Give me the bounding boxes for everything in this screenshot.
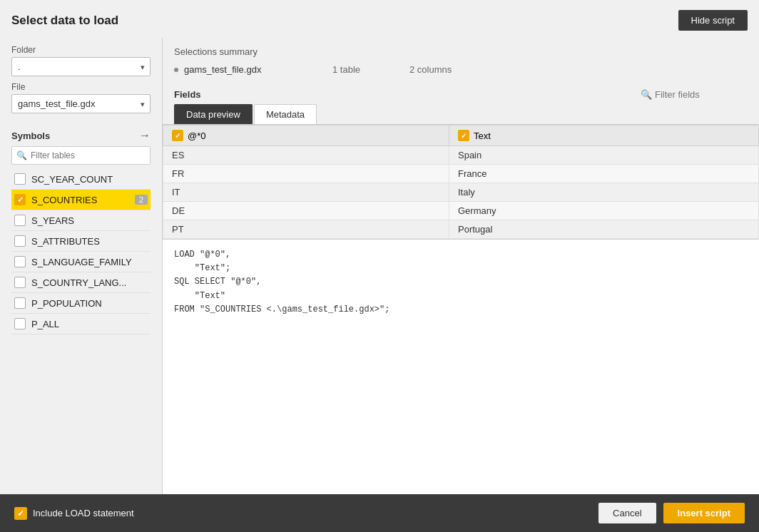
fields-search-icon: 🔍 bbox=[641, 89, 652, 100]
symbols-filter-wrap: 🔍 bbox=[11, 146, 151, 165]
table-header-row: @*0 Text bbox=[163, 126, 759, 146]
file-dropdown-wrap: gams_test_file.gdx ▾ bbox=[11, 94, 151, 113]
folder-label: Folder bbox=[11, 45, 151, 55]
table-row: FRFrance bbox=[163, 165, 759, 183]
symbol-checkbox-4[interactable] bbox=[14, 256, 26, 267]
col-header-0: @*0 bbox=[163, 126, 449, 146]
symbol-checkbox-5[interactable] bbox=[14, 277, 26, 288]
main-area: Folder . ▾ File gams_test_file.gdx ▾ bbox=[0, 38, 759, 494]
folder-select[interactable]: . bbox=[11, 57, 151, 76]
symbol-checkbox-6[interactable] bbox=[14, 297, 26, 309]
symbol-item-1[interactable]: S_COUNTRIES2 bbox=[11, 190, 151, 210]
folder-dropdown-wrap: . ▾ bbox=[11, 57, 151, 76]
symbol-item-0[interactable]: SC_YEAR_COUNT bbox=[11, 169, 151, 190]
symbols-filter-input[interactable] bbox=[11, 146, 151, 165]
table-row: ESSpain bbox=[163, 146, 759, 165]
cell-col0-1: FR bbox=[163, 165, 449, 183]
right-panel: Selections summary gams_test_file.gdx 1 … bbox=[163, 38, 759, 494]
dialog-footer: Include LOAD statement Cancel Insert scr… bbox=[0, 494, 759, 532]
symbol-checkbox-1[interactable] bbox=[14, 194, 26, 205]
summary-table-count: 1 table bbox=[332, 64, 404, 75]
symbol-checkbox-3[interactable] bbox=[14, 235, 26, 247]
tab-data-preview[interactable]: Data preview bbox=[174, 104, 253, 124]
symbol-checkbox-7[interactable] bbox=[14, 318, 26, 329]
insert-script-button[interactable]: Insert script bbox=[663, 503, 745, 523]
table-row: PTPortugal bbox=[163, 220, 759, 239]
summary-column-count: 2 columns bbox=[409, 64, 481, 75]
symbol-name-5: S_COUNTRY_LANG... bbox=[31, 277, 148, 288]
cell-col0-4: PT bbox=[163, 220, 449, 239]
col-name-0: @*0 bbox=[188, 131, 206, 141]
symbol-name-1: S_COUNTRIES bbox=[31, 195, 132, 205]
col-checkbox-1[interactable] bbox=[458, 130, 469, 141]
col-header-1: Text bbox=[449, 126, 758, 146]
cell-col1-1: France bbox=[449, 165, 758, 183]
fields-filter-wrap: 🔍 bbox=[641, 89, 748, 100]
symbol-name-2: S_YEARS bbox=[31, 215, 148, 226]
symbol-item-4[interactable]: S_LANGUAGE_FAMILY bbox=[11, 252, 151, 272]
cell-col0-0: ES bbox=[163, 146, 449, 165]
symbol-name-3: S_ATTRIBUTES bbox=[31, 236, 148, 247]
symbol-item-6[interactable]: P_POPULATION bbox=[11, 293, 151, 314]
fields-header: Fields 🔍 bbox=[163, 89, 759, 104]
col-checkbox-0[interactable] bbox=[172, 130, 183, 141]
tab-metadata[interactable]: Metadata bbox=[254, 104, 317, 124]
cell-col0-2: IT bbox=[163, 183, 449, 202]
symbol-name-6: P_POPULATION bbox=[31, 298, 148, 309]
dialog-title: Select data to load bbox=[11, 14, 118, 28]
symbol-item-2[interactable]: S_YEARS bbox=[11, 210, 151, 231]
summary-row: gams_test_file.gdx 1 table 2 columns bbox=[174, 61, 748, 78]
table-row: ITItaly bbox=[163, 183, 759, 202]
footer-left: Include LOAD statement bbox=[14, 507, 134, 520]
footer-buttons: Cancel Insert script bbox=[598, 503, 745, 523]
tabs-bar: Data preview Metadata bbox=[163, 104, 759, 125]
symbol-badge-1: 2 bbox=[135, 195, 148, 205]
arrow-right-icon: → bbox=[139, 129, 151, 142]
symbol-item-7[interactable]: P_ALL bbox=[11, 314, 151, 334]
symbol-checkbox-2[interactable] bbox=[14, 215, 26, 226]
selections-summary: Selections summary gams_test_file.gdx 1 … bbox=[163, 38, 759, 83]
fields-filter-input[interactable] bbox=[655, 89, 748, 100]
file-label: File bbox=[11, 82, 151, 92]
data-table: @*0 Text bbox=[163, 125, 759, 239]
symbol-item-5[interactable]: S_COUNTRY_LANG... bbox=[11, 272, 151, 293]
cell-col1-2: Italy bbox=[449, 183, 758, 202]
select-data-dialog: Select data to load Hide script Folder .… bbox=[0, 0, 759, 532]
symbol-name-0: SC_YEAR_COUNT bbox=[31, 174, 148, 185]
symbol-checkbox-0[interactable] bbox=[14, 173, 26, 185]
summary-filename: gams_test_file.gdx bbox=[184, 64, 327, 75]
symbol-name-7: P_ALL bbox=[31, 319, 148, 329]
symbol-name-4: S_LANGUAGE_FAMILY bbox=[31, 257, 148, 267]
data-table-wrap: @*0 Text bbox=[163, 125, 759, 239]
fields-label: Fields bbox=[174, 89, 201, 100]
left-panel: Folder . ▾ File gams_test_file.gdx ▾ bbox=[0, 38, 163, 494]
cell-col1-4: Portugal bbox=[449, 220, 758, 239]
col-name-1: Text bbox=[474, 131, 491, 141]
cell-col0-3: DE bbox=[163, 202, 449, 220]
include-load-checkbox[interactable] bbox=[14, 507, 27, 520]
hide-script-button[interactable]: Hide script bbox=[678, 10, 748, 31]
symbols-search-icon: 🔍 bbox=[16, 150, 27, 160]
symbols-section: Symbols → 🔍 SC_YEAR_COUNTS_COUNTRIES2S_Y… bbox=[0, 123, 162, 494]
dialog-header: Select data to load Hide script bbox=[0, 0, 759, 38]
table-row: DEGermany bbox=[163, 202, 759, 220]
cancel-button[interactable]: Cancel bbox=[598, 503, 656, 523]
script-text: LOAD "@*0", "Text"; SQL SELECT "@*0", "T… bbox=[174, 248, 748, 317]
symbols-list: SC_YEAR_COUNTS_COUNTRIES2S_YEARSS_ATTRIB… bbox=[11, 169, 151, 491]
file-select[interactable]: gams_test_file.gdx bbox=[11, 94, 151, 113]
include-load-label: Include LOAD statement bbox=[33, 508, 134, 518]
folder-file-section: Folder . ▾ File gams_test_file.gdx ▾ bbox=[0, 38, 162, 123]
cell-col1-3: Germany bbox=[449, 202, 758, 220]
fields-section: Fields 🔍 Data preview Metadata bbox=[163, 83, 759, 494]
selections-summary-title: Selections summary bbox=[174, 46, 748, 57]
symbols-header: Symbols → bbox=[11, 129, 151, 142]
symbol-item-3[interactable]: S_ATTRIBUTES bbox=[11, 231, 151, 252]
summary-dot-icon bbox=[174, 68, 178, 72]
script-area: LOAD "@*0", "Text"; SQL SELECT "@*0", "T… bbox=[163, 239, 759, 494]
symbols-label: Symbols bbox=[11, 131, 50, 141]
cell-col1-0: Spain bbox=[449, 146, 758, 165]
